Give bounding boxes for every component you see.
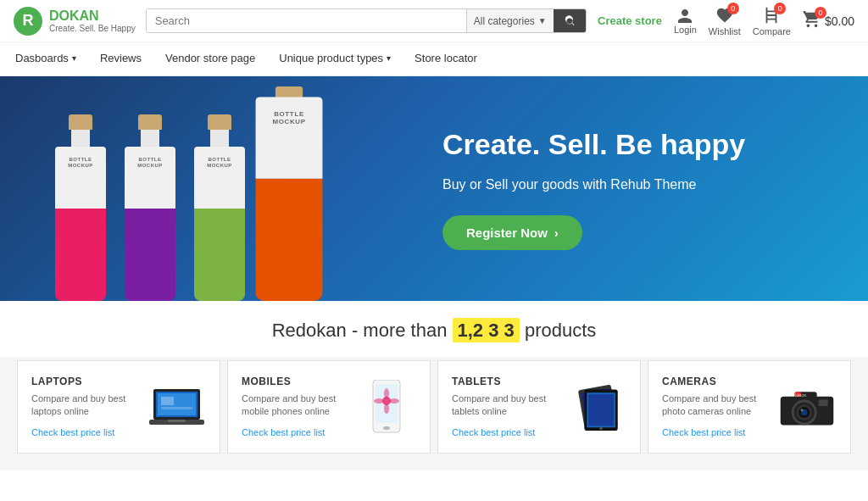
category-cards: LAPTOPS Compare and buy best laptops onl… (0, 357, 868, 470)
products-count-number: 1,2 3 3 (453, 318, 520, 342)
category-chevron-icon: ▼ (538, 16, 547, 25)
laptops-desc: Compare and buy best laptops online (31, 392, 147, 419)
svg-rect-3 (161, 397, 174, 405)
register-now-button[interactable]: Register Now › (442, 215, 582, 250)
svg-rect-29 (819, 400, 828, 406)
wishlist-button[interactable]: 0 Wishlist (709, 6, 741, 36)
mobile-image (357, 381, 416, 432)
tablets-desc: Compare and buy best tablets online (452, 392, 567, 419)
compare-label: Compare (753, 26, 791, 36)
laptop-icon (149, 386, 204, 428)
svg-point-10 (384, 388, 389, 398)
products-count-section: Redokan - more than 1,2 3 3 products (0, 301, 868, 357)
user-icon (676, 8, 693, 25)
svg-point-11 (384, 404, 389, 414)
mobiles-link[interactable]: Check best price list (242, 427, 325, 437)
create-store-link[interactable]: Create store (598, 14, 662, 27)
bottle-orange: BOTTLEMOCKUP (255, 86, 324, 301)
cart-badge: 0 (815, 7, 826, 19)
svg-point-20 (599, 426, 603, 430)
tablets-link[interactable]: Check best price list (452, 427, 535, 437)
mobiles-title: MOBILES (242, 376, 357, 387)
cameras-title: CAMERAS (662, 376, 777, 387)
cart-price: $0.00 (825, 14, 854, 28)
header-actions: Create store Login 0 Wishlist 0 Compare … (598, 6, 854, 36)
tablet-image (567, 381, 626, 432)
logo-circle: R (14, 7, 42, 36)
nav-item-vendor-store[interactable]: Vendor store page (164, 42, 257, 75)
mobile-icon (370, 380, 403, 435)
laptops-link[interactable]: Check best price list (31, 427, 114, 437)
laptops-title: LAPTOPS (31, 376, 147, 387)
tablets-title: TABLETS (452, 376, 567, 387)
cameras-link[interactable]: Check best price list (662, 427, 745, 437)
compare-badge: 0 (774, 3, 786, 14)
search-bar: All categories ▼ (146, 8, 587, 33)
svg-text:CANON: CANON (795, 394, 807, 398)
hero-banner: BOTTLEMOCKUP BOTTLEMOCKUP BOTTLEMOCKUP (0, 76, 868, 301)
hero-text: Create. Sell. Be happy Buy or Sell your … (426, 102, 868, 276)
search-button[interactable] (554, 9, 586, 32)
svg-point-12 (374, 398, 384, 404)
bottle-purple: BOTTLEMOCKUP (120, 114, 180, 301)
camera-image: CANON (777, 381, 837, 432)
hero-bottles: BOTTLEMOCKUP BOTTLEMOCKUP BOTTLEMOCKUP (0, 76, 426, 301)
nav-item-reviews[interactable]: Reviews (98, 42, 143, 75)
wishlist-badge: 0 (727, 3, 739, 14)
bottle-green: BOTTLEMOCKUP (190, 114, 249, 301)
logo-tagline: Create. Sell. Be Happy (49, 24, 136, 33)
search-input[interactable] (147, 9, 466, 32)
login-label: Login (674, 25, 697, 35)
nav-item-store-locator[interactable]: Store locator (413, 42, 479, 75)
svg-rect-14 (383, 426, 390, 430)
category-dropdown[interactable]: All categories ▼ (466, 9, 554, 32)
products-count-suffix: products (525, 320, 596, 341)
products-count-prefix: Redokan - more than (272, 320, 448, 341)
cameras-desc: Compare and buy best photo cameras onlin… (662, 392, 777, 419)
login-button[interactable]: Login (674, 8, 697, 35)
bottle-pink: BOTTLEMOCKUP (51, 114, 110, 301)
svg-point-13 (389, 398, 399, 404)
svg-point-28 (801, 409, 804, 411)
hero-title: Create. Sell. Be happy (442, 127, 817, 162)
nav-item-dashboards[interactable]: Dasboards ▾ (14, 42, 78, 75)
mobiles-desc: Compare and buy best mobile phones onlin… (242, 392, 357, 419)
compare-button[interactable]: 0 Compare (753, 6, 791, 36)
logo[interactable]: R DOKAN Create. Sell. Be Happy (14, 7, 136, 36)
nav-item-unique-products[interactable]: Unique product types ▾ (277, 42, 392, 75)
category-card-tablets: TABLETS Compare and buy best tablets onl… (437, 360, 641, 454)
laptop-image (147, 381, 206, 432)
unique-products-chevron-icon: ▾ (387, 53, 391, 63)
category-card-cameras: CAMERAS Compare and buy best photo camer… (648, 360, 851, 454)
site-header: R DOKAN Create. Sell. Be Happy All categ… (0, 0, 868, 42)
logo-brand: DOKAN (49, 8, 136, 24)
category-card-mobiles: MOBILES Compare and buy best mobile phon… (227, 360, 431, 454)
dashboards-chevron-icon: ▾ (72, 53, 76, 63)
tablet-icon (567, 381, 626, 432)
hero-subtitle: Buy or Sell your goods with Rehub Theme (442, 175, 817, 195)
navigation: Dasboards ▾ Reviews Vendor store page Un… (0, 42, 868, 76)
svg-rect-6 (168, 420, 186, 422)
svg-rect-19 (588, 394, 614, 426)
wishlist-label: Wishlist (709, 26, 741, 36)
camera-icon: CANON (777, 382, 837, 431)
arrow-right-icon: › (554, 225, 559, 240)
category-card-laptops: LAPTOPS Compare and buy best laptops onl… (17, 360, 220, 454)
svg-rect-4 (161, 407, 192, 409)
cart-button[interactable]: 0 $0.00 (803, 10, 854, 31)
search-icon (564, 15, 576, 27)
